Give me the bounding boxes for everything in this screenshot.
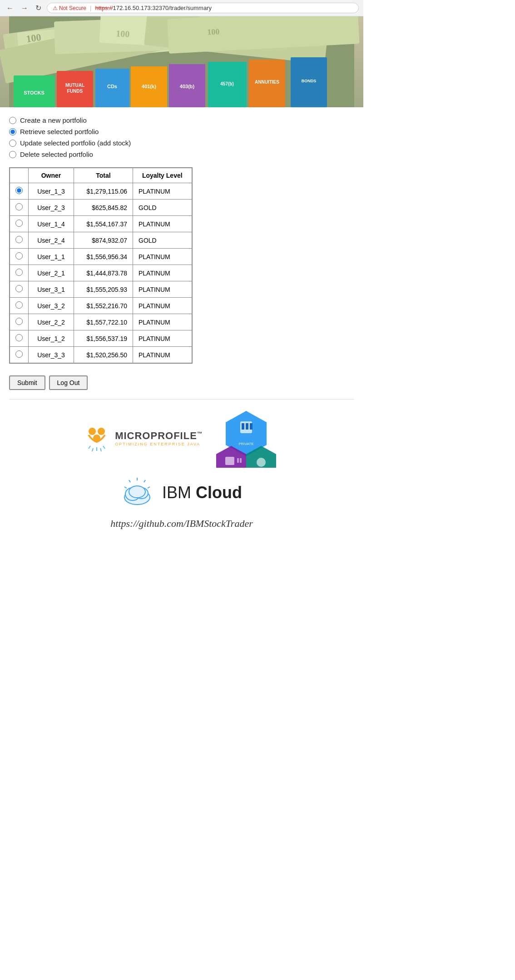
update-portfolio-option[interactable]: Update selected portfolio (add stock): [9, 137, 354, 149]
back-button[interactable]: ←: [5, 3, 15, 13]
owner-cell: User_2_1: [29, 265, 74, 281]
url-rest: 172.16.50.173:32370/trader/summary: [113, 5, 212, 11]
update-portfolio-label: Update selected portfolio (add stock): [20, 139, 131, 147]
total-cell: $1,555,205.93: [74, 281, 133, 298]
loyalty-cell: PLATINUM: [133, 216, 192, 232]
delete-portfolio-radio[interactable]: [9, 151, 16, 158]
svg-rect-39: [246, 423, 248, 430]
portfolio-select-radio[interactable]: [15, 252, 23, 260]
table-row: User_2_1$1,444,873.78PLATINUM: [10, 265, 192, 281]
svg-rect-38: [242, 423, 244, 430]
owner-cell: User_3_3: [29, 347, 74, 364]
row-select-cell[interactable]: [10, 232, 29, 249]
separator-pipe: |: [90, 5, 91, 11]
loyalty-cell: PLATINUM: [133, 314, 192, 330]
delete-portfolio-option[interactable]: Delete selected portfolio: [9, 149, 354, 160]
row-select-cell[interactable]: [10, 330, 29, 347]
create-portfolio-option[interactable]: Create a new portfolio: [9, 115, 354, 126]
delete-portfolio-label: Delete selected portfolio: [20, 150, 93, 158]
svg-line-32: [92, 448, 93, 451]
portfolio-select-radio[interactable]: [15, 350, 23, 358]
total-cell: $1,556,537.19: [74, 330, 133, 347]
svg-text:PRIVATE: PRIVATE: [238, 442, 253, 446]
svg-text:457(b): 457(b): [220, 81, 233, 86]
row-select-cell[interactable]: [10, 265, 29, 281]
total-cell: $1,557,722.10: [74, 314, 133, 330]
url-display: https://172.16.50.173:32370/trader/summa…: [95, 5, 212, 11]
not-secure-label: Not Secure: [53, 5, 86, 11]
loyalty-cell: PLATINUM: [133, 298, 192, 314]
svg-line-33: [100, 448, 101, 451]
create-portfolio-label: Create a new portfolio: [20, 116, 87, 124]
microprofile-tagline: OPTIMIZING ENTERPRISE JAVA: [115, 442, 203, 446]
row-select-cell[interactable]: [10, 200, 29, 216]
portfolio-select-radio[interactable]: [15, 318, 23, 325]
retrieve-portfolio-option[interactable]: Retrieve selected portfolio: [9, 126, 354, 137]
portfolio-table: Owner Total Loyalty Level User_1_3$1,279…: [9, 167, 193, 364]
microprofile-logo: MICROPROFILE™ OPTIMIZING ENTERPRISE JAVA: [83, 425, 203, 452]
total-cell: $1,556,956.34: [74, 249, 133, 265]
svg-point-53: [129, 486, 145, 498]
col-total-header: Total: [74, 168, 133, 183]
update-portfolio-radio[interactable]: [9, 140, 16, 147]
loyalty-cell: PLATINUM: [133, 330, 192, 347]
url-protocol: https://: [95, 5, 113, 11]
portfolio-select-radio[interactable]: [15, 203, 23, 210]
portfolio-select-radio[interactable]: [15, 269, 23, 276]
svg-rect-40: [250, 423, 253, 430]
browser-chrome: ← → ↻ Not Secure | https://172.16.50.173…: [0, 0, 363, 16]
ibm-cloud-text: IBM Cloud: [162, 483, 242, 502]
row-select-cell[interactable]: [10, 216, 29, 232]
total-cell: $1,279,115.06: [74, 183, 133, 200]
portfolio-select-radio[interactable]: [15, 334, 23, 341]
total-cell: $625,845.82: [74, 200, 133, 216]
loyalty-cell: GOLD: [133, 232, 192, 249]
portfolio-table-section: Owner Total Loyalty Level User_1_3$1,279…: [0, 167, 363, 371]
svg-point-28: [89, 428, 96, 435]
options-section: Create a new portfolio Retrieve selected…: [0, 107, 363, 167]
github-url: https://github.com/IBMStockTrader: [110, 518, 253, 530]
svg-line-55: [129, 480, 130, 482]
portfolio-select-radio[interactable]: [15, 301, 23, 309]
svg-text:403(b): 403(b): [180, 84, 195, 89]
row-select-cell[interactable]: [10, 281, 29, 298]
footer-section: MICROPROFILE™ OPTIMIZING ENTERPRISE JAVA…: [0, 400, 363, 539]
row-select-cell[interactable]: [10, 298, 29, 314]
owner-cell: User_3_2: [29, 298, 74, 314]
portfolio-select-radio[interactable]: [15, 220, 23, 227]
portfolio-select-radio[interactable]: [15, 285, 23, 292]
row-select-cell[interactable]: [10, 314, 29, 330]
microprofile-name: MICROPROFILE™: [115, 430, 203, 442]
retrieve-portfolio-radio[interactable]: [9, 128, 16, 135]
table-row: User_3_1$1,555,205.93PLATINUM: [10, 281, 192, 298]
svg-point-29: [98, 428, 105, 435]
reload-button[interactable]: ↻: [34, 3, 43, 13]
loyalty-cell: PLATINUM: [133, 183, 192, 200]
svg-line-58: [148, 487, 150, 488]
owner-cell: User_2_4: [29, 232, 74, 249]
forward-button[interactable]: →: [19, 3, 30, 13]
portfolio-select-radio[interactable]: [15, 236, 23, 243]
total-cell: $874,932.07: [74, 232, 133, 249]
submit-button[interactable]: Submit: [9, 375, 45, 390]
row-select-cell[interactable]: [10, 249, 29, 265]
ibm-cloud-icon: [121, 477, 153, 509]
row-select-cell[interactable]: [10, 347, 29, 364]
loyalty-cell: PLATINUM: [133, 249, 192, 265]
portfolio-select-radio[interactable]: [15, 187, 23, 194]
table-row: User_1_3$1,279,115.06PLATINUM: [10, 183, 192, 200]
table-row: User_1_4$1,554,167.37PLATINUM: [10, 216, 192, 232]
logos-row-top: MICROPROFILE™ OPTIMIZING ENTERPRISE JAVA…: [9, 409, 354, 468]
svg-rect-43: [225, 457, 234, 465]
svg-line-35: [103, 446, 105, 449]
svg-text:FUNDS: FUNDS: [67, 89, 83, 94]
svg-text:100: 100: [25, 31, 42, 45]
svg-text:401(k): 401(k): [142, 84, 156, 89]
row-select-cell[interactable]: [10, 183, 29, 200]
svg-rect-45: [240, 458, 242, 463]
logout-button[interactable]: Log Out: [49, 375, 88, 390]
address-bar[interactable]: Not Secure | https://172.16.50.173:32370…: [47, 3, 359, 13]
create-portfolio-radio[interactable]: [9, 117, 16, 124]
svg-text:STOCKS: STOCKS: [24, 90, 45, 95]
microprofile-icon: [83, 425, 110, 452]
